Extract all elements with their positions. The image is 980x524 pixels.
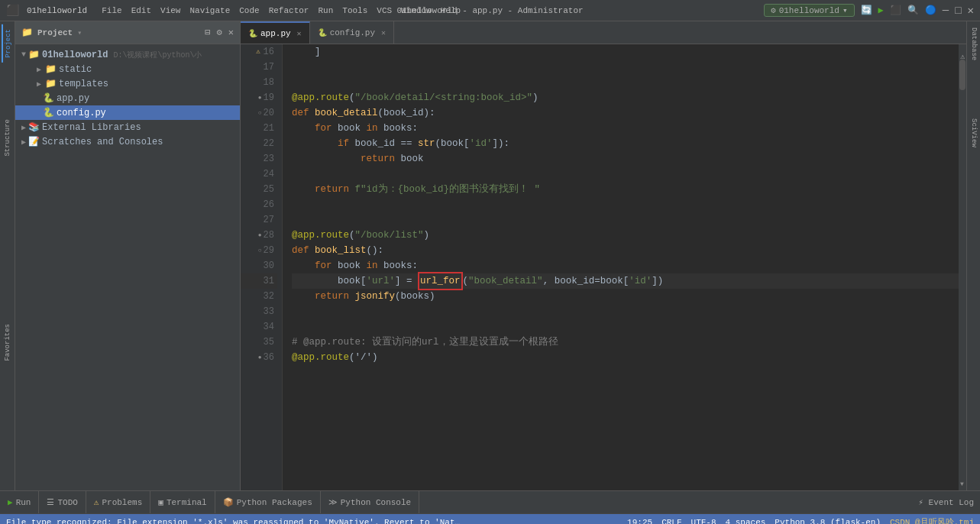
root-path: D:\视频课程\python\小 xyxy=(113,50,202,60)
left-sidebar-strip: Project Structure Favorites xyxy=(0,21,15,490)
gutter-line: ●28 xyxy=(241,228,277,243)
apppy-close-icon[interactable]: ✕ xyxy=(297,29,302,38)
favorites-tab[interactable]: Favorites xyxy=(2,319,13,366)
gutter-line: 25 xyxy=(241,182,277,197)
vertical-scrollbar[interactable]: ⚠ ▲ ▼ xyxy=(959,44,966,490)
window-close-btn[interactable]: ✕ xyxy=(968,4,974,17)
code-line xyxy=(292,304,959,319)
menu-edit[interactable]: Edit xyxy=(128,5,155,17)
ext-arrow: ▶ xyxy=(21,123,26,132)
todo-icon: ☰ xyxy=(47,497,54,507)
todo-tab[interactable]: ☰ TODO xyxy=(39,491,86,513)
toolbar-update-icon[interactable]: 🔄 xyxy=(861,5,872,16)
collapse-icon[interactable]: ⊟ xyxy=(205,27,210,38)
code-line: for book in books: xyxy=(292,121,959,136)
gear-icon[interactable]: ⚙ xyxy=(217,27,222,38)
code-line xyxy=(292,75,959,90)
gutter-line: 21 xyxy=(241,121,277,136)
window-minimize-btn[interactable]: ─ xyxy=(943,5,949,17)
root-folder-icon: 📁 xyxy=(28,49,40,60)
toolbar-search-icon[interactable]: 🔍 xyxy=(907,5,919,16)
run-icon: ▶ xyxy=(8,497,13,507)
tab-apppy[interactable]: 🐍 app.py ✕ xyxy=(241,21,310,44)
tree-root[interactable]: ▼ 📁 01helloworld D:\视频课程\python\小 xyxy=(15,47,240,62)
gutter-line: 24 xyxy=(241,167,277,182)
apppy-label: app.py xyxy=(57,93,89,104)
list-item[interactable]: 🐍 app.py xyxy=(15,91,240,105)
window-maximize-btn[interactable]: □ xyxy=(955,5,961,17)
status-branding: CSDN @且听风吟.tmj xyxy=(890,516,974,524)
todo-label: TODO xyxy=(57,498,77,507)
tab-configpy[interactable]: 🐍 config.py ✕ xyxy=(310,21,394,44)
list-item[interactable]: ▶ 📚 External Libraries xyxy=(15,120,240,134)
gutter-line: ●36 xyxy=(241,350,277,365)
app-icon: ⬛ xyxy=(6,4,19,17)
apppy-tab-icon: 🐍 xyxy=(248,29,257,38)
structure-tab[interactable]: Structure xyxy=(2,115,13,161)
status-crlf[interactable]: CRLF xyxy=(661,518,681,525)
code-line: # @app.route: 设置访问的url，这里是设置成一个根路径 xyxy=(292,335,959,350)
list-item[interactable]: 🐍 config.py xyxy=(15,105,240,120)
problems-label: Problems xyxy=(102,498,142,507)
gutter-line: 33 xyxy=(241,304,277,319)
toolbar-icon2[interactable]: ▶ xyxy=(878,5,884,16)
menu-run[interactable]: Run xyxy=(314,5,337,17)
scratches-label: Scratches and Consoles xyxy=(42,137,163,147)
title-bar: ⬛ 01helloworld File Edit View Navigate C… xyxy=(0,0,980,21)
list-item[interactable]: ▶ 📁 static xyxy=(15,62,240,76)
problems-tab[interactable]: ⚠ Problems xyxy=(86,491,150,513)
status-line-col[interactable]: 19:25 xyxy=(627,518,652,525)
menu-vcs[interactable]: VCS xyxy=(373,5,396,17)
folder-collapsed-icon: ▶ xyxy=(37,65,41,74)
project-panel-tab[interactable]: Project xyxy=(2,24,14,63)
python-packages-icon: 📦 xyxy=(223,497,234,507)
static-label: static xyxy=(59,64,92,75)
list-item[interactable]: ▶ 📝 Scratches and Consoles xyxy=(15,134,240,149)
run-config[interactable]: ⚙ 01helloworld ▾ xyxy=(764,4,854,17)
menu-refactor[interactable]: Refactor xyxy=(265,5,313,17)
database-tab[interactable]: Database xyxy=(969,21,979,66)
code-line: if book_id == str(book['id']): xyxy=(292,136,959,151)
bottom-panel: ▶ Run ☰ TODO ⚠ Problems ▣ Terminal 📦 Pyt… xyxy=(0,490,980,513)
menu-code[interactable]: Code xyxy=(235,5,263,17)
project-dropdown-icon[interactable]: ▾ xyxy=(77,28,82,37)
code-line: return f"id为：{book_id}的图书没有找到！ " xyxy=(292,182,959,197)
menu-view[interactable]: View xyxy=(157,5,184,17)
breadcrumb-event-log[interactable]: ⚡ Event Log xyxy=(918,497,974,507)
templates-folder-icon: 📁 xyxy=(45,78,57,89)
python-console-tab[interactable]: ≫ Python Console xyxy=(321,491,419,513)
toolbar-icon3[interactable]: ⬛ xyxy=(890,5,901,16)
code-line: book['url'] = url_for("book_detail", boo… xyxy=(292,273,959,289)
toolbar-update2-icon[interactable]: 🔵 xyxy=(925,5,936,16)
apppy-icon: 🐍 xyxy=(43,92,54,104)
status-indent[interactable]: 4 spaces xyxy=(726,518,766,525)
gutter-line: 22 xyxy=(241,136,277,151)
code-area: ⚠ 16 17 18 ●19 ○20 21 22 23 24 25 26 27 … xyxy=(241,44,966,490)
code-line xyxy=(292,197,959,212)
static-folder-icon: 📁 xyxy=(45,63,57,75)
terminal-tab[interactable]: ▣ Terminal xyxy=(150,491,215,513)
status-encoding[interactable]: UTF-8 xyxy=(691,518,716,525)
status-warning[interactable]: File type recognized: File extension '*.… xyxy=(6,518,464,525)
gutter-line: ●19 xyxy=(241,90,277,105)
list-item[interactable]: ▶ 📁 templates xyxy=(15,76,240,91)
code-content[interactable]: ] @app.route("/book/detail/<string:book_… xyxy=(283,44,959,490)
configpy-close-icon[interactable]: ✕ xyxy=(381,28,386,37)
ext-icon: 📚 xyxy=(28,121,40,133)
python-packages-tab[interactable]: 📦 Python Packages xyxy=(215,491,321,513)
menu-file[interactable]: File xyxy=(98,5,125,17)
configpy-label: config.py xyxy=(57,108,106,118)
editor-area: 🐍 app.py ✕ 🐍 config.py ✕ ⚠ 16 17 18 ●19 xyxy=(241,21,966,490)
gutter-line: ○29 xyxy=(241,243,277,258)
menu-navigate[interactable]: Navigate xyxy=(186,5,234,17)
gutter-line: 32 xyxy=(241,289,277,304)
ext-label: External Libraries xyxy=(42,122,141,133)
run-tab[interactable]: ▶ Run xyxy=(0,491,39,513)
menu-tools[interactable]: Tools xyxy=(338,5,371,17)
status-right: 19:25 CRLF UTF-8 4 spaces Python 3.8 (fl… xyxy=(627,516,974,524)
status-python[interactable]: Python 3.8 (flask-en) xyxy=(775,518,881,525)
window-title-center: 01helloworld - app.py - Administrator xyxy=(396,6,583,15)
sciview-tab[interactable]: SciView xyxy=(969,112,979,154)
close-icon[interactable]: ✕ xyxy=(228,27,234,38)
project-title: 01helloworld xyxy=(27,6,87,15)
